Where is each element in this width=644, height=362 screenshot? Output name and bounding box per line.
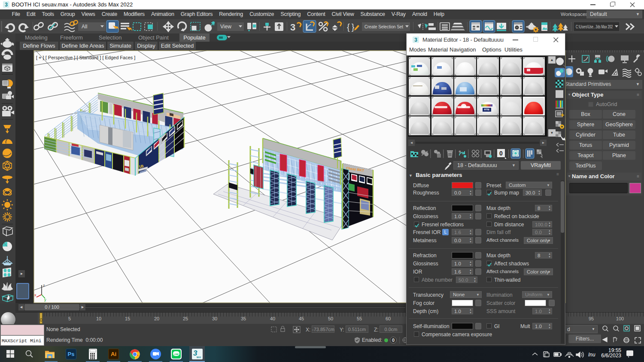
svg-text:View: View bbox=[220, 24, 231, 30]
svg-text:0: 0 bbox=[499, 150, 503, 157]
svg-text:All: All bbox=[82, 24, 87, 30]
svg-text:z: z bbox=[43, 283, 45, 288]
svg-text:{ }: { } bbox=[347, 22, 355, 32]
svg-text:x: x bbox=[34, 293, 36, 297]
svg-text:3: 3 bbox=[290, 22, 295, 33]
svg-text:Create Selection Set: Create Selection Set bbox=[365, 24, 403, 29]
svg-text:C:\Users\Use...3ds Max 202: C:\Users\Use...3ds Max 202 bbox=[576, 24, 613, 29]
svg-text:3: 3 bbox=[414, 37, 417, 43]
svg-text:y: y bbox=[44, 298, 46, 302]
svg-text:3: 3 bbox=[5, 2, 8, 8]
svg-text:[ + ] [ Perspective ] [ Standa: [ + ] [ Perspective ] [ Standard ] [ Edg… bbox=[36, 55, 135, 60]
